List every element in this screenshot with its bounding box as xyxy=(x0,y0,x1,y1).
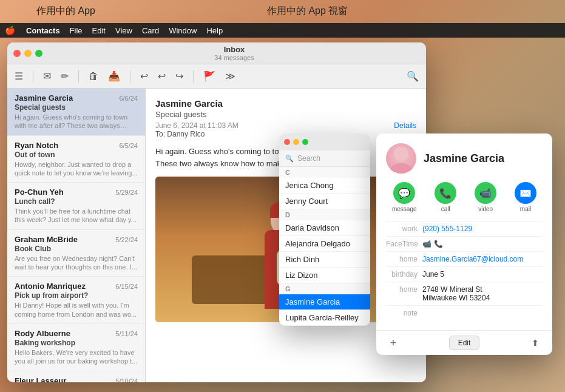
search-icon[interactable]: 🔍 xyxy=(407,70,419,82)
delete-icon[interactable]: 🗑 xyxy=(89,71,98,82)
contact-item-jenny[interactable]: Jenny Court xyxy=(279,194,370,209)
contact-item-liz[interactable]: Liz Dizon xyxy=(279,268,370,283)
contact-card-header: Jasmine Garcia xyxy=(386,143,543,174)
message-preview: Think you'll be free for a lunchtime cha… xyxy=(15,207,138,225)
message-preview: Howdy, neighbor. Just wanted to drop a q… xyxy=(15,160,138,178)
traffic-lights xyxy=(13,50,42,57)
contact-item-alejandra[interactable]: Alejandra Delgado xyxy=(279,236,370,252)
share-button[interactable]: ⬆ xyxy=(528,336,543,350)
reading-from: Jasmine Garcia xyxy=(155,98,416,109)
reading-subject: Special guests xyxy=(155,110,416,119)
mail-item-antonio[interactable]: Antonio Manriquez 6/15/24 Pick up from a… xyxy=(7,277,145,324)
menu-help[interactable]: Help xyxy=(201,26,228,35)
message-subject: Pick up from airport? xyxy=(15,291,138,300)
menu-view[interactable]: View xyxy=(110,26,137,35)
add-button[interactable]: + xyxy=(386,336,401,350)
sidebar-toggle-icon[interactable]: ☰ xyxy=(15,70,23,82)
message-count: 34 messages xyxy=(49,54,420,61)
mail-item-jasmine[interactable]: Jasmine Garcia 6/6/24 Special guests Hi … xyxy=(7,89,145,136)
mail-item-ryan[interactable]: Ryan Notch 6/5/24 Out of town Howdy, nei… xyxy=(7,136,145,183)
close-button[interactable] xyxy=(284,139,290,145)
detail-row-email: home Jasmine.Garcia67@icloud.com xyxy=(386,251,543,266)
mail-action-label: mail xyxy=(520,206,531,212)
sender-name: Antonio Manriquez xyxy=(15,282,86,291)
detail-label-facetime: FaceTime xyxy=(386,240,422,248)
close-button[interactable] xyxy=(13,50,21,57)
get-mail-icon[interactable]: ✉ xyxy=(43,70,51,82)
message-icon: 💬 xyxy=(393,182,415,204)
flag-icon[interactable]: 🚩 xyxy=(203,70,215,82)
call-action-button[interactable]: 📞 call xyxy=(435,182,456,212)
detail-value-work[interactable]: (920) 555-1129 xyxy=(422,225,543,233)
message-date: 5/10/24 xyxy=(115,377,138,382)
video-action-button[interactable]: 📹 video xyxy=(475,182,496,212)
detail-label-birthday: birthday xyxy=(386,270,422,279)
video-action-label: video xyxy=(478,206,493,212)
reply-icon[interactable]: ↩ xyxy=(158,70,166,82)
facetime-phone-icon[interactable]: 📞 xyxy=(434,240,443,248)
contact-card-window: Jasmine Garcia 💬 message 📞 call 📹 video … xyxy=(376,133,552,355)
reading-meta: June 6, 2024 at 11:03 AM Details xyxy=(155,121,416,130)
video-icon: 📹 xyxy=(475,182,496,204)
message-preview: Are you free on Wednesday night? Can't w… xyxy=(15,254,138,272)
apple-menu[interactable]: 🍎 xyxy=(5,25,15,35)
detail-label-home-email: home xyxy=(386,255,422,263)
minimize-button[interactable] xyxy=(293,139,299,145)
message-date: 5/22/24 xyxy=(115,236,138,243)
mail-action-button[interactable]: ✉️ mail xyxy=(515,182,536,212)
contact-item-jasmine[interactable]: Jasmine Garcia xyxy=(279,294,370,310)
detail-row-facetime: FaceTime 📹 📞 xyxy=(386,236,543,251)
reading-details-link[interactable]: Details xyxy=(394,121,416,130)
message-date: 5/11/24 xyxy=(115,330,138,337)
detail-label-home-address: home xyxy=(386,285,422,302)
avatar-image xyxy=(386,143,416,174)
message-action-label: message xyxy=(392,206,417,212)
contact-item-lupita[interactable]: Lupita Garcia-Reilley xyxy=(279,310,370,326)
section-header-g: G xyxy=(279,283,370,294)
facetime-video-icon[interactable]: 📹 xyxy=(422,240,431,248)
menu-file[interactable]: File xyxy=(65,26,87,35)
contact-item-darla[interactable]: Darla Davidson xyxy=(279,220,370,236)
more-icon[interactable]: ≫ xyxy=(225,70,235,82)
detail-row-address: home 2748 W Mineral St Milwaukee WI 5320… xyxy=(386,282,543,305)
svg-point-0 xyxy=(394,147,408,161)
maximize-button[interactable] xyxy=(35,50,42,57)
minimize-button[interactable] xyxy=(24,50,32,57)
detail-row-note: note xyxy=(386,305,543,320)
menu-contacts[interactable]: Contacts xyxy=(21,26,65,35)
toolbar-separator-3 xyxy=(130,70,130,83)
contacts-list: C Jenica Chong Jenny Court D Darla David… xyxy=(279,167,370,326)
menu-window[interactable]: Window xyxy=(164,26,201,35)
menu-card[interactable]: Card xyxy=(137,26,164,35)
detail-value-birthday: June 5 xyxy=(422,270,543,279)
message-action-button[interactable]: 💬 message xyxy=(392,182,417,212)
maximize-button[interactable] xyxy=(302,139,308,145)
search-input[interactable]: Search xyxy=(297,154,320,163)
compose-icon[interactable]: ✏ xyxy=(61,70,69,82)
mail-item-pochun[interactable]: Po-Chun Yeh 5/29/24 Lunch call? Think yo… xyxy=(7,183,145,230)
section-header-c: C xyxy=(279,167,370,178)
detail-value-facetime[interactable]: 📹 📞 xyxy=(422,240,543,248)
mail-item-fleur[interactable]: Fleur Lasseur 5/10/24 Soccer jerseys Are… xyxy=(7,371,145,382)
message-subject: Out of town xyxy=(15,150,138,159)
contact-item-rich[interactable]: Rich Dinh xyxy=(279,252,370,268)
mail-item-graham[interactable]: Graham McBride 5/22/24 Book Club Are you… xyxy=(7,230,145,277)
message-date: 6/5/24 xyxy=(119,142,138,149)
mail-icon: ✉️ xyxy=(515,182,536,204)
menu-edit[interactable]: Edit xyxy=(87,26,110,35)
detail-value-email[interactable]: Jasmine.Garcia67@icloud.com xyxy=(422,255,543,263)
mail-item-rody[interactable]: Rody Albuerne 5/11/24 Baking workshop He… xyxy=(7,324,145,371)
sender-name: Ryan Notch xyxy=(15,141,58,150)
detail-value-address: 2748 W Mineral St Milwaukee WI 53204 xyxy=(422,285,543,302)
annotation-left: 作用中的 App xyxy=(36,5,95,18)
message-date: 5/29/24 xyxy=(115,189,138,196)
reply-all-icon[interactable]: ↩ xyxy=(140,70,148,82)
archive-icon[interactable]: 📥 xyxy=(108,70,120,82)
message-subject: Lunch call? xyxy=(15,197,138,206)
edit-button[interactable]: Edit xyxy=(449,336,480,350)
contact-item-jenica[interactable]: Jenica Chong xyxy=(279,178,370,194)
reading-header: Jasmine Garcia Special guests June 6, 20… xyxy=(155,98,416,138)
contacts-search-bar: 🔍 Search xyxy=(279,150,370,167)
mail-titlebar: Inbox 34 messages xyxy=(7,42,426,64)
forward-icon[interactable]: ↪ xyxy=(175,70,183,82)
